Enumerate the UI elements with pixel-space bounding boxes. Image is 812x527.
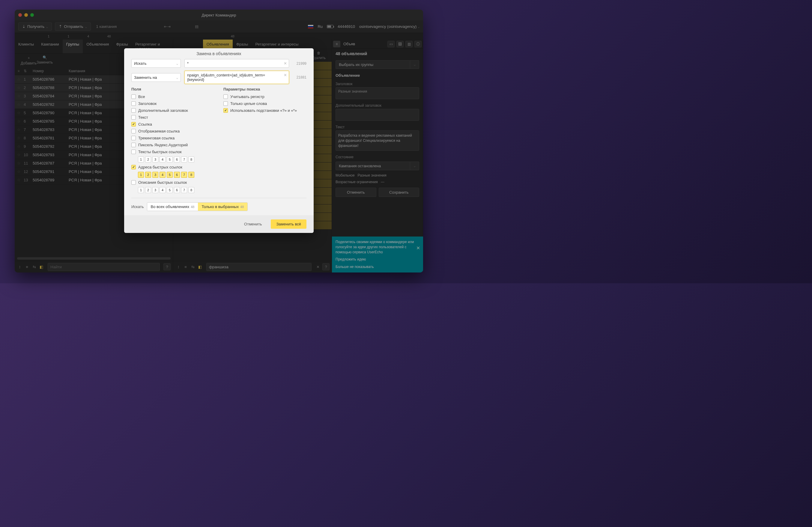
cb-title[interactable]: Заголовок xyxy=(131,101,214,106)
app-window: Директ Коммандер ⇣Получить ⇡Отправить 1 … xyxy=(15,10,423,273)
cb-display[interactable]: Отображаемая ссылка xyxy=(131,129,214,133)
cb-qdesc[interactable]: Описания быстрых ссылок xyxy=(131,180,214,185)
dialog-replace-all-button[interactable]: Заменить всё xyxy=(271,219,306,229)
search-input[interactable]: *✕ xyxy=(185,59,289,68)
clear-icon[interactable]: ✕ xyxy=(284,73,287,77)
scope-selected[interactable]: Только в выбранных48 xyxy=(198,203,247,211)
cb-whole[interactable]: Только целые слова xyxy=(223,101,306,106)
search-mode-select[interactable]: Искать xyxy=(131,59,181,68)
cb-wild[interactable]: Использовать подстановки «?» и «*» xyxy=(223,108,306,113)
clear-icon[interactable]: ✕ xyxy=(284,61,287,65)
cb-link[interactable]: Ссылка xyxy=(131,122,214,127)
cb-tracking[interactable]: Трекинговая ссылка xyxy=(131,136,214,140)
dialog-title: Замена в объявлениях xyxy=(124,48,314,59)
replace-mode-select[interactable]: Заменить на xyxy=(131,73,181,82)
cb-text[interactable]: Текст xyxy=(131,115,214,120)
cb-subtitle[interactable]: Дополнительный заголовок xyxy=(131,108,214,113)
cb-pixel[interactable]: Пиксель Яндекс.Аудиторий xyxy=(131,143,214,147)
modal-overlay: Замена в объявлениях Искать *✕ 21999 Зам… xyxy=(15,10,423,273)
replace-input[interactable]: npaign_id}&utm_content={ad_id}&utm_term=… xyxy=(185,71,289,84)
scope-segment: Во всех объявлениях48 Только в выбранных… xyxy=(147,202,248,211)
cb-all[interactable]: Все xyxy=(131,94,214,99)
dialog-cancel-button[interactable]: Отменить xyxy=(239,219,267,229)
cb-qaddr[interactable]: Адреса быстрых ссылок xyxy=(131,165,214,170)
replace-dialog: Замена в объявлениях Искать *✕ 21999 Зам… xyxy=(124,48,314,233)
cb-qtext[interactable]: Тексты быстрых ссылок xyxy=(131,150,214,154)
cb-case[interactable]: Учитывать регистр xyxy=(223,94,306,99)
scope-all[interactable]: Во всех объявлениях48 xyxy=(147,203,198,211)
